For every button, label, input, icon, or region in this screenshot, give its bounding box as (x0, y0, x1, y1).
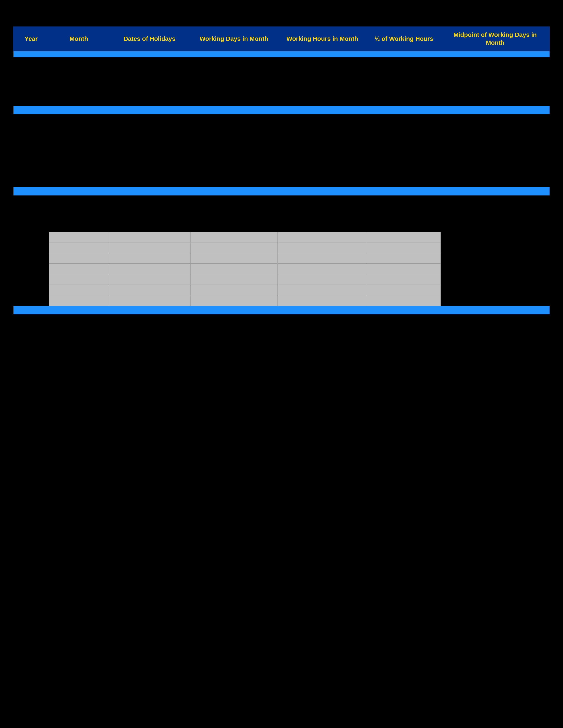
blue-separator-1 (13, 51, 550, 57)
table-row (13, 69, 550, 82)
table-row (13, 163, 550, 175)
table-row (13, 82, 550, 94)
header-year: Year (13, 27, 49, 51)
table-row (13, 208, 550, 220)
page-container: Year Month Dates of Holidays Working Day… (0, 0, 563, 728)
table-header-row: Year Month Dates of Holidays Working Day… (13, 27, 550, 51)
table-row (13, 151, 550, 163)
table-row (13, 351, 550, 363)
table-row (13, 339, 550, 351)
gray-row (13, 285, 550, 295)
table-row (13, 314, 550, 326)
header-working-hours: Working Hours in Month (277, 27, 367, 51)
header-midpoint: Midpoint of Working Days in Month (441, 27, 550, 51)
gray-section-start (13, 232, 550, 242)
header-working-days: Working Days in Month (190, 27, 277, 51)
main-table: Year Month Dates of Holidays Working Day… (13, 26, 550, 363)
table-row (13, 57, 550, 69)
gray-row (13, 274, 550, 285)
gray-row (13, 295, 550, 306)
table-row (13, 139, 550, 151)
table-row (13, 220, 550, 232)
gray-row (13, 264, 550, 274)
table-row (13, 126, 550, 139)
table-row (13, 114, 550, 126)
table-row (13, 94, 550, 106)
gray-row (13, 242, 550, 253)
header-half-hours: ½ of Working Hours (367, 27, 441, 51)
table-row (13, 195, 550, 208)
header-month: Month (49, 27, 109, 51)
blue-separator-final (13, 306, 550, 314)
table-row (13, 175, 550, 187)
blue-separator-2 (13, 106, 550, 114)
table-row (13, 326, 550, 339)
header-dates-of-holidays: Dates of Holidays (109, 27, 190, 51)
blue-separator-3 (13, 187, 550, 195)
gray-row (13, 253, 550, 264)
